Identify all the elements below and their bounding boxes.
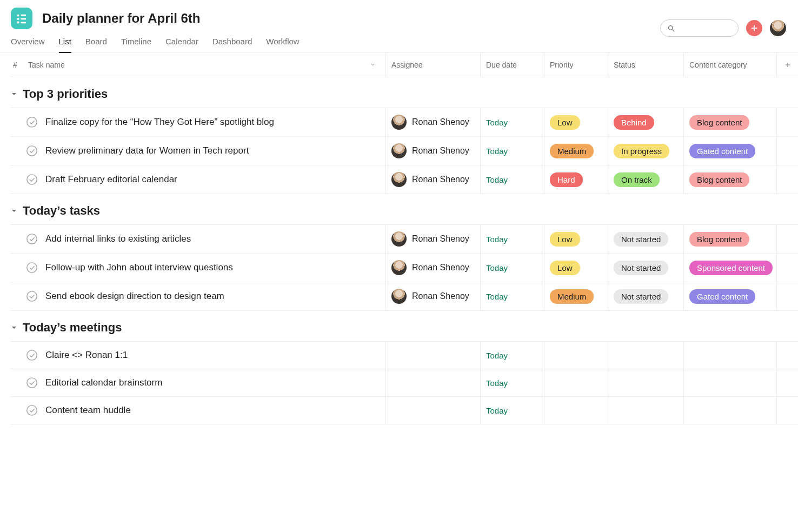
assignee-cell[interactable]: [385, 369, 480, 396]
category-pill: Gated content: [689, 289, 755, 304]
due-date-cell[interactable]: Today: [480, 369, 544, 396]
category-cell[interactable]: [683, 342, 776, 369]
priority-pill: Medium: [550, 144, 594, 158]
due-date-cell[interactable]: Today: [480, 165, 544, 194]
tab-dashboard[interactable]: Dashboard: [212, 37, 252, 52]
assignee-name: Ronan Shenoy: [412, 234, 469, 244]
tab-list[interactable]: List: [59, 37, 71, 52]
priority-cell[interactable]: [544, 369, 608, 396]
status-cell[interactable]: [608, 369, 683, 396]
row-trailing-cell: [776, 108, 798, 136]
status-cell[interactable]: [608, 397, 683, 424]
due-date-cell[interactable]: Today: [480, 254, 544, 282]
due-date-cell[interactable]: Today: [480, 108, 544, 136]
column-priority[interactable]: Priority: [544, 53, 608, 77]
due-date-value: Today: [486, 351, 508, 360]
caret-down-icon: [11, 91, 17, 97]
priority-cell[interactable]: Medium: [544, 137, 608, 165]
due-date-value: Today: [486, 263, 508, 272]
priority-cell[interactable]: Medium: [544, 282, 608, 310]
tab-workflow[interactable]: Workflow: [266, 37, 299, 52]
tab-overview[interactable]: Overview: [11, 37, 45, 52]
status-cell[interactable]: On track: [608, 165, 683, 194]
project-icon: [11, 8, 32, 29]
priority-cell[interactable]: Hard: [544, 165, 608, 194]
task-row[interactable]: Content team huddleToday: [11, 396, 798, 424]
category-cell[interactable]: Sponsored content: [683, 254, 776, 282]
due-date-cell[interactable]: Today: [480, 137, 544, 165]
category-cell[interactable]: Blog content: [683, 225, 776, 253]
assignee-cell[interactable]: Ronan Shenoy: [385, 108, 480, 136]
assignee-name: Ronan Shenoy: [412, 117, 469, 127]
task-row[interactable]: Editorial calendar brainstormToday: [11, 369, 798, 396]
assignee-cell[interactable]: Ronan Shenoy: [385, 137, 480, 165]
priority-cell[interactable]: [544, 397, 608, 424]
add-button[interactable]: [746, 20, 762, 36]
category-cell[interactable]: [683, 397, 776, 424]
assignee-cell[interactable]: [385, 342, 480, 369]
column-status[interactable]: Status: [608, 53, 683, 77]
assignee-avatar: [391, 231, 407, 247]
section-header[interactable]: Top 3 priorities: [11, 77, 798, 108]
category-cell[interactable]: Gated content: [683, 137, 776, 165]
complete-task-icon[interactable]: [26, 116, 38, 128]
due-date-cell[interactable]: Today: [480, 342, 544, 369]
assignee-cell[interactable]: [385, 397, 480, 424]
complete-task-icon[interactable]: [26, 262, 38, 274]
add-column-button[interactable]: [776, 53, 798, 77]
assignee-cell[interactable]: Ronan Shenoy: [385, 254, 480, 282]
complete-task-icon[interactable]: [26, 404, 38, 416]
due-date-cell[interactable]: Today: [480, 397, 544, 424]
search-input[interactable]: [660, 19, 739, 37]
category-cell[interactable]: [683, 369, 776, 396]
tab-timeline[interactable]: Timeline: [121, 37, 151, 52]
status-cell[interactable]: Not started: [608, 282, 683, 310]
assignee-name: Ronan Shenoy: [412, 146, 469, 156]
priority-cell[interactable]: Low: [544, 108, 608, 136]
task-row[interactable]: Finalize copy for the “How They Got Here…: [11, 108, 798, 136]
task-row[interactable]: Send ebook design direction to design te…: [11, 282, 798, 311]
status-cell[interactable]: Behind: [608, 108, 683, 136]
category-pill: Blog content: [689, 115, 749, 130]
tab-calendar[interactable]: Calendar: [165, 37, 198, 52]
task-row[interactable]: Follow-up with John about interview ques…: [11, 253, 798, 282]
row-trailing-cell: [776, 254, 798, 282]
svg-point-18: [27, 350, 37, 360]
assignee-cell[interactable]: Ronan Shenoy: [385, 165, 480, 194]
due-date-cell[interactable]: Today: [480, 225, 544, 253]
column-due-date[interactable]: Due date: [480, 53, 544, 77]
svg-point-13: [27, 146, 37, 156]
task-row[interactable]: Claire <> Ronan 1:1Today: [11, 341, 798, 369]
task-row[interactable]: Add internal links to existing articlesR…: [11, 224, 798, 253]
category-cell[interactable]: Blog content: [683, 165, 776, 194]
assignee-avatar: [391, 143, 407, 158]
column-assignee[interactable]: Assignee: [385, 53, 480, 77]
priority-cell[interactable]: [544, 342, 608, 369]
column-category[interactable]: Content category: [683, 53, 776, 77]
status-cell[interactable]: In progress: [608, 137, 683, 165]
status-cell[interactable]: [608, 342, 683, 369]
category-cell[interactable]: Gated content: [683, 282, 776, 310]
priority-cell[interactable]: Low: [544, 225, 608, 253]
status-cell[interactable]: Not started: [608, 254, 683, 282]
assignee-cell[interactable]: Ronan Shenoy: [385, 282, 480, 310]
complete-task-icon[interactable]: [26, 145, 38, 157]
assignee-cell[interactable]: Ronan Shenoy: [385, 225, 480, 253]
row-trailing-cell: [776, 282, 798, 310]
section-header[interactable]: Today’s tasks: [11, 194, 798, 224]
due-date-cell[interactable]: Today: [480, 282, 544, 310]
complete-task-icon[interactable]: [26, 233, 38, 245]
status-cell[interactable]: Not started: [608, 225, 683, 253]
complete-task-icon[interactable]: [26, 377, 38, 389]
section-header[interactable]: Today’s meetings: [11, 311, 798, 341]
complete-task-icon[interactable]: [26, 349, 38, 361]
task-row[interactable]: Draft February editorial calendarRonan S…: [11, 165, 798, 194]
category-cell[interactable]: Blog content: [683, 108, 776, 136]
priority-cell[interactable]: Low: [544, 254, 608, 282]
task-row[interactable]: Review preliminary data for Women in Tec…: [11, 136, 798, 165]
column-task-name[interactable]: Task name: [22, 53, 385, 77]
user-avatar[interactable]: [770, 20, 786, 36]
tab-board[interactable]: Board: [85, 37, 107, 52]
complete-task-icon[interactable]: [26, 290, 38, 302]
complete-task-icon[interactable]: [26, 174, 38, 185]
